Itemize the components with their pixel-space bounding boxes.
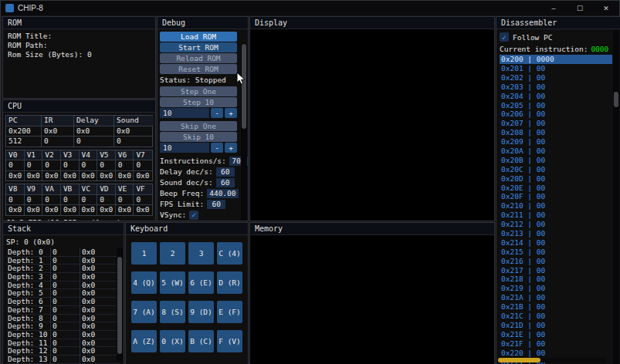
- disassembly-row[interactable]: 0x21D | 00: [500, 321, 612, 330]
- disassembler-scrollbar-thumb[interactable]: [614, 92, 618, 107]
- debug-field-input[interactable]: 60: [216, 178, 235, 187]
- stack-scrollbar[interactable]: [117, 248, 123, 362]
- disassembly-row[interactable]: 0x218 | 00: [500, 275, 612, 284]
- minimize-icon[interactable]: –: [540, 1, 567, 15]
- disassembler-scrollbar[interactable]: [613, 30, 619, 364]
- disassembly-row[interactable]: 0x215 | 00: [500, 248, 612, 257]
- disassembler-horizontal-scrollbar-thumb[interactable]: [498, 358, 540, 362]
- disassembly-row[interactable]: 0x20D | 00: [500, 174, 612, 184]
- disassembly-row[interactable]: 0x210 | 00: [500, 201, 612, 211]
- debug-scrollbar-thumb[interactable]: [242, 44, 246, 129]
- keypad-key[interactable]: D (R): [217, 271, 242, 294]
- keypad-key[interactable]: 2: [160, 242, 185, 265]
- cpu-panel-title[interactable]: CPU: [3, 100, 155, 113]
- keypad-key[interactable]: 6 (E): [188, 271, 214, 294]
- disassembly-row[interactable]: 0x201 | 00: [500, 64, 612, 73]
- step-count-decrement-button[interactable]: -: [211, 108, 223, 118]
- load-rom-button[interactable]: Load ROM: [160, 32, 237, 42]
- disassembly-row[interactable]: 0x205 | 00: [500, 101, 612, 110]
- keypad-key[interactable]: 7 (A): [131, 301, 157, 323]
- disassembly-row[interactable]: 0x202 | 00: [500, 73, 612, 83]
- keypad-key[interactable]: 5 (W): [160, 271, 185, 294]
- debug-panel-title[interactable]: Debug: [158, 17, 248, 29]
- step-ten-button[interactable]: Step 10: [160, 97, 237, 107]
- keypad-key[interactable]: 1: [131, 242, 157, 265]
- start-rom-button[interactable]: Start ROM: [160, 42, 237, 52]
- mouse-cursor: [236, 72, 246, 86]
- disassembly-row[interactable]: 0x204 | 00: [500, 92, 612, 101]
- keyboard-panel-title[interactable]: Keyboard: [126, 223, 248, 235]
- disassembly-row[interactable]: 0x206 | 00: [500, 110, 612, 119]
- stack-hex-value: 0x0: [80, 298, 116, 305]
- keypad-key[interactable]: 3: [188, 242, 214, 265]
- disassembly-row[interactable]: 0x20A | 00: [500, 147, 612, 156]
- step-one-button[interactable]: Step One: [160, 86, 237, 96]
- disassembly-row[interactable]: 0x214 | 00: [500, 238, 612, 248]
- keypad-key[interactable]: 0 (X): [160, 330, 185, 352]
- debug-field-input[interactable]: 60: [207, 200, 225, 209]
- app-window: CHIP-8 – ☐ ✕ ROM ROM Title:ROM Path:Rom …: [0, 0, 620, 364]
- disassembly-row[interactable]: 0x211 | 00: [500, 211, 612, 220]
- keypad-key[interactable]: A (Z): [131, 330, 157, 352]
- debug-field-input[interactable]: 440.00: [207, 189, 238, 198]
- rom-info-line: Rom Size (Bytes): 0: [8, 50, 151, 59]
- disassembly-row[interactable]: 0x21B | 00: [500, 302, 612, 312]
- disassembly-row[interactable]: 0x219 | 00: [500, 284, 612, 293]
- stack-hex-value: 0x0: [80, 331, 116, 339]
- disassembly-row[interactable]: 0x216 | 00: [500, 257, 612, 266]
- disassembly-row[interactable]: 0x20E | 00: [500, 184, 612, 193]
- debug-field-input[interactable]: 60: [216, 167, 235, 177]
- reset-rom-button[interactable]: Reset ROM: [160, 64, 237, 74]
- skip-count-input[interactable]: 10: [160, 143, 209, 153]
- vsync-checkbox[interactable]: ✓: [189, 211, 198, 220]
- disassembler-horizontal-scrollbar[interactable]: [498, 358, 606, 362]
- register-dec-cell: 0: [42, 160, 61, 170]
- keypad-key[interactable]: B (C): [188, 330, 214, 352]
- rom-panel-title[interactable]: ROM: [3, 17, 155, 29]
- rom-info-line: ROM Path:: [8, 41, 151, 50]
- disassembly-row-selected[interactable]: 0x200 | 0000: [500, 55, 612, 64]
- disassembly-row[interactable]: 0x21F | 00: [500, 339, 612, 349]
- step-count-input[interactable]: 10: [160, 108, 209, 118]
- disassembly-row[interactable]: 0x217 | 00: [500, 266, 612, 275]
- disassembly-row[interactable]: 0x21E | 00: [500, 330, 612, 339]
- disassembly-row[interactable]: 0x220 | 00: [500, 349, 612, 358]
- disassembly-row[interactable]: 0x20C | 00: [500, 165, 612, 174]
- disassembly-row[interactable]: 0x203 | 00: [500, 83, 612, 92]
- disassembly-row[interactable]: 0x208 | 00: [500, 128, 612, 137]
- skip-count-increment-button[interactable]: +: [225, 143, 237, 153]
- step-count-increment-button[interactable]: +: [225, 108, 237, 118]
- close-icon[interactable]: ✕: [593, 1, 619, 15]
- keypad-key[interactable]: C (4): [217, 242, 242, 265]
- disassembly-row[interactable]: 0x21C | 00: [500, 312, 612, 321]
- stack-row: Depth: 4 0 0x0: [6, 281, 120, 290]
- keypad-key[interactable]: E (F): [217, 301, 242, 323]
- disassembler-panel-title[interactable]: Disassembler: [496, 17, 620, 29]
- maximize-icon[interactable]: ☐: [567, 1, 593, 15]
- register-header-cell: VC: [80, 184, 98, 194]
- disassembly-row[interactable]: 0x207 | 00: [500, 119, 612, 128]
- register-header-cell: VF: [134, 184, 152, 194]
- keypad-key[interactable]: F (V): [217, 330, 242, 352]
- disassembly-row[interactable]: 0x209 | 00: [500, 137, 612, 147]
- memory-panel-title[interactable]: Memory: [250, 223, 494, 235]
- cpu-core-dec-cell: 0: [74, 136, 114, 147]
- stack-scrollbar-thumb[interactable]: [117, 257, 122, 354]
- follow-pc-checkbox[interactable]: ✓: [500, 32, 509, 42]
- skip-count-decrement-button[interactable]: -: [211, 143, 223, 153]
- disassembly-row[interactable]: 0x20F | 00: [500, 192, 612, 201]
- keypad-key[interactable]: 8 (S): [160, 301, 185, 323]
- disassembly-row[interactable]: 0x212 | 00: [500, 220, 612, 229]
- reload-rom-button[interactable]: Reload ROM: [160, 53, 237, 63]
- disassembly-row[interactable]: 0x20B | 00: [500, 156, 612, 165]
- disassembly-row[interactable]: 0x21A | 00: [500, 293, 612, 302]
- display-panel-title[interactable]: Display: [250, 17, 494, 29]
- skip-ten-button[interactable]: Skip 10: [160, 132, 237, 142]
- disassembly-row[interactable]: 0x213 | 00: [500, 229, 612, 238]
- keypad-key[interactable]: 4 (Q): [131, 271, 157, 294]
- window-titlebar[interactable]: CHIP-8 – ☐ ✕: [1, 1, 619, 15]
- debug-scrollbar[interactable]: [241, 42, 247, 221]
- keypad-key[interactable]: 9 (D): [188, 301, 214, 323]
- stack-panel-title[interactable]: Stack: [3, 223, 124, 235]
- skip-one-button[interactable]: Skip One: [160, 121, 237, 131]
